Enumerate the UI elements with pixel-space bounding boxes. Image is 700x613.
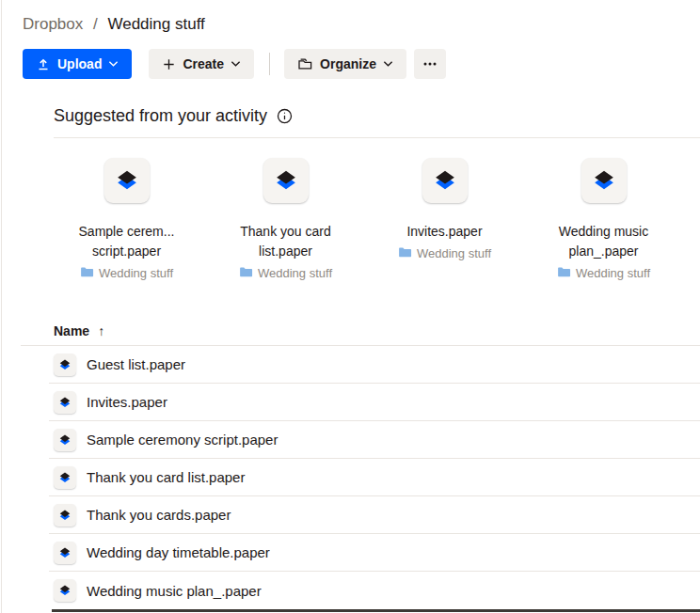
paper-file-icon <box>263 158 309 203</box>
sort-ascending-icon[interactable]: ↑ <box>98 323 104 338</box>
card-file-name: Invites.paper <box>406 222 482 242</box>
file-name: Thank you card list.paper <box>87 469 245 485</box>
card-file-name: Wedding music plan_.paper <box>559 222 648 261</box>
card-location: Wedding stuff <box>398 244 491 262</box>
file-name: Thank you cards.paper <box>87 507 231 523</box>
card-location-label: Wedding stuff <box>417 246 491 260</box>
organize-button-label: Organize <box>320 57 376 71</box>
chevron-down-icon <box>231 60 241 68</box>
card-location: Wedding stuff <box>557 264 650 282</box>
file-list: Guest list.paper Invites.paper Sample ce… <box>49 346 700 609</box>
more-options-button[interactable] <box>414 49 446 79</box>
file-row[interactable]: Sample ceremony script.paper <box>49 421 700 459</box>
file-row[interactable]: Invites.paper <box>49 384 700 421</box>
card-location: Wedding stuff <box>239 264 332 282</box>
file-name: Guest list.paper <box>87 356 185 372</box>
paper-file-icon <box>54 542 76 564</box>
bottom-bar <box>52 609 700 612</box>
file-row[interactable]: Thank you cards.paper <box>49 496 700 534</box>
suggested-card[interactable]: Thank you card list.paper Wedding stuff <box>206 158 365 282</box>
card-location-label: Wedding stuff <box>99 266 173 280</box>
suggested-card[interactable]: Invites.paper Wedding stuff <box>365 158 524 282</box>
card-location: Wedding stuff <box>80 264 173 282</box>
file-name: Wedding music plan_.paper <box>87 583 262 599</box>
paper-file-icon <box>54 504 76 527</box>
create-button[interactable]: Create <box>149 49 254 79</box>
card-location-label: Wedding stuff <box>258 266 332 280</box>
chevron-down-icon <box>383 60 393 68</box>
folder-icon <box>398 244 412 262</box>
folder-icon <box>80 264 94 282</box>
table-header: Name ↑ <box>54 322 700 339</box>
breadcrumb: Dropbox / Wedding stuff <box>23 0 700 33</box>
file-row[interactable]: Wedding music plan_.paper <box>49 572 700 609</box>
toolbar: Upload Create Organize <box>23 49 700 79</box>
upload-button[interactable]: Upload <box>23 49 132 79</box>
suggested-card[interactable]: Wedding music plan_.paper Wedding stuff <box>524 158 683 282</box>
chevron-down-icon <box>108 60 119 68</box>
suggested-cards: Sample cerem... script.paper Wedding stu… <box>47 158 700 282</box>
card-file-name: Sample cerem... script.paper <box>79 222 175 261</box>
file-row[interactable]: Thank you card list.paper <box>49 459 700 496</box>
paper-file-icon <box>581 158 627 203</box>
section-divider <box>54 137 700 138</box>
paper-file-icon <box>54 391 76 414</box>
toolbar-divider <box>269 53 270 75</box>
paper-file-icon <box>54 466 76 489</box>
card-location-label: Wedding stuff <box>576 266 650 280</box>
breadcrumb-root-link[interactable]: Dropbox <box>23 15 83 33</box>
folder-icon <box>557 264 571 282</box>
suggested-card[interactable]: Sample cerem... script.paper Wedding stu… <box>47 158 206 282</box>
column-header-name[interactable]: Name <box>54 323 89 338</box>
file-name: Wedding day timetable.paper <box>87 544 270 560</box>
organize-button[interactable]: Organize <box>284 49 406 79</box>
paper-file-icon <box>54 579 76 602</box>
file-name: Sample ceremony script.paper <box>87 432 278 448</box>
paper-file-icon <box>104 158 150 203</box>
file-row[interactable]: Wedding day timetable.paper <box>49 534 700 572</box>
card-file-name: Thank you card list.paper <box>240 222 331 261</box>
file-row[interactable]: Guest list.paper <box>49 346 700 384</box>
paper-file-icon <box>54 354 76 376</box>
breadcrumb-separator: / <box>93 15 98 33</box>
upload-icon <box>36 56 51 71</box>
folder-outline-icon <box>297 56 313 71</box>
paper-file-icon <box>54 429 76 451</box>
file-name: Invites.paper <box>87 394 167 410</box>
paper-file-icon <box>422 158 468 203</box>
breadcrumb-current: Wedding stuff <box>107 15 204 33</box>
plus-icon <box>162 57 176 71</box>
more-options-icon <box>423 57 437 71</box>
folder-icon <box>239 264 253 282</box>
info-icon[interactable] <box>277 108 293 124</box>
section-title: Suggested from your activity <box>54 106 267 126</box>
upload-button-label: Upload <box>57 57 102 71</box>
create-button-label: Create <box>183 57 224 71</box>
